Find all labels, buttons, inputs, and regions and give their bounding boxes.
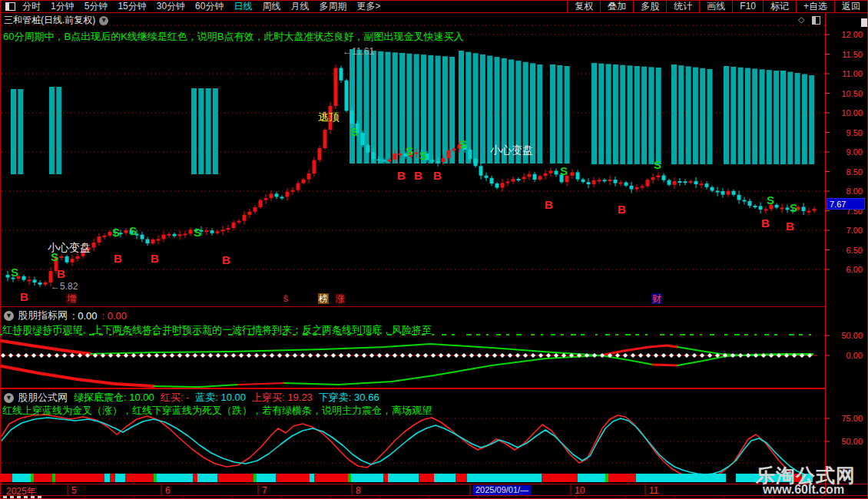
chart-tag: ŝ bbox=[283, 293, 289, 304]
month-label: 8 bbox=[356, 485, 361, 496]
period-tab-3[interactable]: 15分钟 bbox=[118, 0, 146, 13]
collapse-icon[interactable]: ▼ bbox=[4, 393, 14, 403]
chart-annotation: ←11.61 bbox=[343, 46, 374, 57]
period-tab-1[interactable]: 1分钟 bbox=[51, 0, 75, 13]
toolbar-button-3[interactable]: 统计 bbox=[666, 1, 699, 12]
marker-buy: B bbox=[433, 169, 442, 182]
scrollbar-thumb[interactable] bbox=[861, 18, 867, 27]
split-view-icon[interactable] bbox=[812, 16, 820, 25]
chart-canvas[interactable] bbox=[0, 0, 868, 499]
y-axis-label: 10.00 bbox=[827, 108, 863, 117]
panel3-note: 红线上穿蓝线为金叉（涨），红线下穿蓝线为死叉（跌），若有绿横条，说明主力震仓，离… bbox=[2, 404, 432, 418]
toolbar-button-8[interactable]: 返回 bbox=[834, 1, 868, 12]
chart-annotation: 小心变盘 bbox=[490, 144, 533, 157]
period-tab-0[interactable]: 分时 bbox=[22, 0, 41, 13]
selected-date[interactable]: 2025/09/01/— bbox=[473, 485, 531, 495]
chart-annotation: 小心变盘 bbox=[48, 241, 91, 255]
current-price-badge: 7.67 bbox=[827, 198, 865, 210]
toolbar-button-7[interactable]: +自选 bbox=[796, 1, 834, 12]
panel2-title: 股朋指标网 bbox=[18, 309, 68, 322]
y-axis-label: 50.00 bbox=[827, 437, 863, 446]
period-tab-5[interactable]: 60分钟 bbox=[195, 0, 224, 13]
y-axis-label: 0.00 bbox=[827, 351, 863, 360]
diamond-icon[interactable]: ◇ bbox=[798, 15, 804, 25]
panel3-field-4: 下穿卖: 30.66 bbox=[319, 392, 379, 403]
marker-buy: B bbox=[414, 169, 422, 182]
y-axis-label: 9.50 bbox=[827, 128, 863, 137]
period-tab-10[interactable]: 更多> bbox=[356, 0, 380, 13]
marker-sell: S bbox=[11, 266, 18, 279]
chart-tag: 增 bbox=[66, 293, 77, 304]
month-label: 11 bbox=[649, 485, 658, 496]
toolbar: 分时1分钟5分钟15分钟30分钟60分钟日线周线月线多周期更多> 复权叠加多股统… bbox=[0, 0, 868, 12]
panel2-note: 红持股绿持币观望。上下两条线将合并时预示新的一波行情将到来；反之两条线到顶底，风… bbox=[2, 323, 432, 337]
marker-buy: B bbox=[618, 203, 626, 216]
panel3-field-0: 绿探底震仓: 10.00 bbox=[74, 392, 154, 403]
date-axis bbox=[68, 484, 822, 499]
month-label: 6 bbox=[165, 485, 171, 496]
y-axis-label: 11.00 bbox=[827, 69, 863, 78]
window-icon[interactable] bbox=[5, 2, 15, 11]
period-tabs: 分时1分钟5分钟15分钟30分钟60分钟日线周线月线多周期更多> bbox=[22, 0, 390, 13]
collapse-icon[interactable]: ▼ bbox=[4, 311, 14, 321]
marker-buy: B bbox=[397, 169, 406, 182]
chart-annotation: ←5.82 bbox=[51, 281, 78, 292]
panel3-title: 股朋公式网 bbox=[18, 391, 68, 405]
panel2-header: ▼ 股朋指标网 : 0.00 : 0.00 bbox=[2, 309, 127, 322]
marker-sell: S bbox=[767, 193, 774, 207]
toolbar-button-6[interactable]: 标记 bbox=[763, 1, 796, 12]
y-axis-label: 7.00 bbox=[827, 226, 863, 235]
marker-sell: S bbox=[459, 137, 467, 150]
chevron-down-icon[interactable]: ▼ bbox=[99, 16, 108, 25]
toolbar-button-0[interactable]: 复权 bbox=[567, 1, 600, 12]
toolbar-right-buttons: 复权叠加多股统计画线F10标记+自选返回 bbox=[567, 0, 868, 12]
y-axis-label: 9.00 bbox=[827, 147, 863, 157]
marker-sell: S bbox=[654, 158, 661, 171]
marker-buy: B bbox=[222, 253, 230, 266]
period-tab-2[interactable]: 5分钟 bbox=[84, 0, 108, 13]
chart-tag: 榜 bbox=[318, 293, 329, 304]
statusbar-clipped-text bbox=[3, 496, 43, 498]
watermark-url: www.60lt.com bbox=[763, 483, 844, 497]
marker-sell: S bbox=[790, 201, 797, 214]
marker-buy: B bbox=[545, 198, 553, 211]
y-axis-label: 11.50 bbox=[827, 50, 863, 59]
y-axis-label: 12.00 bbox=[827, 30, 863, 39]
panel3-values: 绿探底震仓: 10.00红买: -蓝卖: 10.00上穿买: 19.23下穿卖:… bbox=[68, 391, 379, 405]
marker-sell: S bbox=[406, 144, 413, 157]
y-axis-label: 8.50 bbox=[827, 167, 863, 177]
y-axis-label: 10.50 bbox=[827, 89, 863, 98]
marker-buy: B bbox=[786, 220, 794, 233]
panel2-graphics bbox=[0, 334, 824, 387]
chart-tag: 财 bbox=[651, 293, 662, 304]
marker-sell: S bbox=[350, 125, 358, 138]
marker-buy: B bbox=[761, 216, 770, 230]
marker-sell: S bbox=[419, 149, 427, 162]
marker-sell: S bbox=[129, 224, 137, 237]
month-label: 7 bbox=[262, 485, 267, 496]
panel3-graphics bbox=[0, 415, 824, 482]
month-label: 5 bbox=[71, 485, 77, 496]
panel2-value2: : 0.00 bbox=[102, 310, 128, 322]
marker-sell: S bbox=[560, 164, 568, 177]
toolbar-button-1[interactable]: 叠加 bbox=[600, 1, 633, 12]
panel3-field-3: 上穿买: 19.23 bbox=[252, 392, 313, 403]
main-chart-note: 60分周期中，B点出现后的K线继续是红色，说明B点有效，此时大盘准状态良好，副图… bbox=[3, 30, 463, 44]
period-tab-6[interactable]: 日线 bbox=[234, 0, 252, 13]
period-tab-8[interactable]: 月线 bbox=[290, 0, 309, 13]
period-tab-4[interactable]: 30分钟 bbox=[157, 0, 185, 13]
period-tab-9[interactable]: 多周期 bbox=[319, 0, 346, 13]
toolbar-button-5[interactable]: F10 bbox=[732, 1, 763, 12]
page-title: 三和管桩(日线.前复权) bbox=[4, 14, 95, 27]
title-bar: 三和管桩(日线.前复权) ▼ bbox=[4, 14, 108, 27]
panel3-field-1: 红买: - bbox=[161, 392, 190, 403]
toolbar-button-4[interactable]: 画线 bbox=[699, 1, 732, 12]
chart-tag: 涨 bbox=[335, 293, 346, 304]
chart-annotation: 逃顶 bbox=[318, 111, 340, 124]
y-axis-label: 8.00 bbox=[827, 187, 863, 196]
panel3-field-2: 蓝卖: 10.00 bbox=[195, 392, 246, 403]
marker-buy: B bbox=[114, 252, 122, 265]
toolbar-button-2[interactable]: 多股 bbox=[633, 1, 666, 12]
panel3-header: ▼ 股朋公式网 绿探底震仓: 10.00红买: -蓝卖: 10.00上穿买: 1… bbox=[2, 391, 379, 405]
period-tab-7[interactable]: 周线 bbox=[262, 0, 280, 13]
